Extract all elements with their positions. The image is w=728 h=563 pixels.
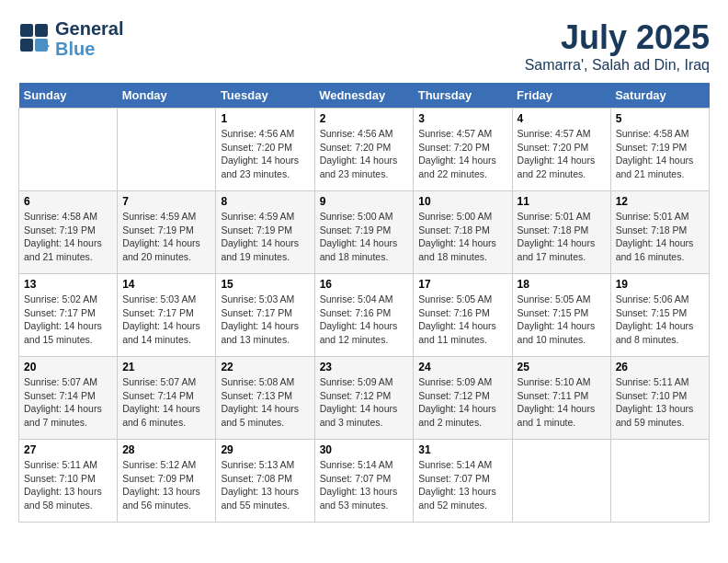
- day-info: Sunrise: 5:12 AM Sunset: 7:09 PM Dayligh…: [122, 458, 210, 512]
- day-number: 24: [418, 361, 506, 373]
- calendar-title-area: July 2025 Samarra', Salah ad Din, Iraq: [525, 18, 710, 74]
- svg-rect-1: [35, 24, 48, 37]
- day-info: Sunrise: 5:04 AM Sunset: 7:16 PM Dayligh…: [320, 293, 409, 347]
- page-header: General Blue July 2025 Samarra', Salah a…: [18, 18, 710, 74]
- day-info: Sunrise: 5:10 AM Sunset: 7:11 PM Dayligh…: [518, 375, 606, 430]
- day-info: Sunrise: 4:56 AM Sunset: 7:20 PM Dayligh…: [221, 127, 309, 181]
- calendar-cell: 17Sunrise: 5:05 AM Sunset: 7:16 PM Dayli…: [414, 274, 512, 357]
- header-monday: Monday: [118, 83, 216, 109]
- calendar-cell: 7Sunrise: 4:59 AM Sunset: 7:19 PM Daylig…: [118, 191, 216, 274]
- calendar-cell: 5Sunrise: 4:58 AM Sunset: 7:19 PM Daylig…: [610, 109, 709, 191]
- calendar-cell: 3Sunrise: 4:57 AM Sunset: 7:20 PM Daylig…: [414, 109, 512, 191]
- day-number: 30: [320, 443, 409, 456]
- day-info: Sunrise: 5:09 AM Sunset: 7:12 PM Dayligh…: [320, 375, 409, 430]
- day-info: Sunrise: 4:59 AM Sunset: 7:19 PM Dayligh…: [122, 210, 210, 264]
- day-info: Sunrise: 5:01 AM Sunset: 7:18 PM Dayligh…: [616, 210, 704, 264]
- calendar-cell: 6Sunrise: 4:58 AM Sunset: 7:19 PM Daylig…: [19, 191, 118, 274]
- day-number: 28: [122, 443, 210, 456]
- header-tuesday: Tuesday: [216, 83, 314, 109]
- header-wednesday: Wednesday: [314, 83, 414, 109]
- calendar-cell: 22Sunrise: 5:08 AM Sunset: 7:13 PM Dayli…: [216, 357, 314, 440]
- logo: General Blue: [18, 18, 123, 59]
- day-info: Sunrise: 5:03 AM Sunset: 7:17 PM Dayligh…: [122, 293, 210, 347]
- calendar-cell: 29Sunrise: 5:13 AM Sunset: 7:08 PM Dayli…: [216, 440, 314, 523]
- calendar-cell: [610, 440, 709, 523]
- calendar-cell: 1Sunrise: 4:56 AM Sunset: 7:20 PM Daylig…: [216, 109, 314, 191]
- calendar-header-row: SundayMondayTuesdayWednesdayThursdayFrid…: [19, 83, 710, 109]
- calendar-week-3: 13Sunrise: 5:02 AM Sunset: 7:17 PM Dayli…: [19, 274, 710, 357]
- day-number: 27: [24, 443, 112, 456]
- day-info: Sunrise: 5:11 AM Sunset: 7:10 PM Dayligh…: [616, 375, 704, 430]
- calendar-cell: [118, 109, 216, 191]
- day-info: Sunrise: 5:08 AM Sunset: 7:13 PM Dayligh…: [221, 375, 309, 430]
- calendar-cell: 30Sunrise: 5:14 AM Sunset: 7:07 PM Dayli…: [314, 440, 414, 523]
- day-info: Sunrise: 5:05 AM Sunset: 7:16 PM Dayligh…: [418, 293, 506, 347]
- day-number: 17: [418, 278, 506, 291]
- calendar-cell: [19, 109, 118, 191]
- calendar-cell: 14Sunrise: 5:03 AM Sunset: 7:17 PM Dayli…: [118, 274, 216, 357]
- header-friday: Friday: [512, 83, 610, 109]
- day-info: Sunrise: 5:02 AM Sunset: 7:17 PM Dayligh…: [24, 293, 112, 347]
- calendar-cell: 27Sunrise: 5:11 AM Sunset: 7:10 PM Dayli…: [19, 440, 118, 523]
- calendar-cell: 31Sunrise: 5:14 AM Sunset: 7:07 PM Dayli…: [414, 440, 512, 523]
- day-number: 13: [24, 278, 112, 291]
- calendar-cell: 24Sunrise: 5:09 AM Sunset: 7:12 PM Dayli…: [414, 357, 512, 440]
- svg-rect-2: [20, 39, 33, 52]
- calendar-title: July 2025: [525, 18, 710, 57]
- calendar-cell: 19Sunrise: 5:06 AM Sunset: 7:15 PM Dayli…: [610, 274, 709, 357]
- calendar-cell: 10Sunrise: 5:00 AM Sunset: 7:18 PM Dayli…: [414, 191, 512, 274]
- day-info: Sunrise: 4:57 AM Sunset: 7:20 PM Dayligh…: [418, 127, 506, 181]
- calendar-cell: 4Sunrise: 4:57 AM Sunset: 7:20 PM Daylig…: [512, 109, 610, 191]
- calendar-cell: 12Sunrise: 5:01 AM Sunset: 7:18 PM Dayli…: [610, 191, 709, 274]
- day-info: Sunrise: 5:00 AM Sunset: 7:18 PM Dayligh…: [418, 210, 506, 264]
- day-number: 18: [518, 278, 606, 291]
- day-number: 16: [320, 278, 409, 291]
- day-number: 26: [616, 361, 704, 373]
- calendar-cell: 25Sunrise: 5:10 AM Sunset: 7:11 PM Dayli…: [512, 357, 610, 440]
- calendar-cell: 23Sunrise: 5:09 AM Sunset: 7:12 PM Dayli…: [314, 357, 414, 440]
- day-number: 29: [221, 443, 309, 456]
- calendar-cell: 21Sunrise: 5:07 AM Sunset: 7:14 PM Dayli…: [118, 357, 216, 440]
- day-info: Sunrise: 5:01 AM Sunset: 7:18 PM Dayligh…: [518, 210, 606, 264]
- day-number: 21: [122, 361, 210, 373]
- calendar-week-1: 1Sunrise: 4:56 AM Sunset: 7:20 PM Daylig…: [19, 109, 710, 191]
- calendar-cell: 16Sunrise: 5:04 AM Sunset: 7:16 PM Dayli…: [314, 274, 414, 357]
- day-info: Sunrise: 5:14 AM Sunset: 7:07 PM Dayligh…: [418, 458, 506, 512]
- day-number: 12: [616, 195, 704, 208]
- day-number: 11: [518, 195, 606, 208]
- calendar-cell: 8Sunrise: 4:59 AM Sunset: 7:19 PM Daylig…: [216, 191, 314, 274]
- day-info: Sunrise: 4:56 AM Sunset: 7:20 PM Dayligh…: [320, 127, 409, 181]
- day-number: 20: [24, 361, 112, 373]
- header-sunday: Sunday: [19, 83, 118, 109]
- day-number: 19: [616, 278, 704, 291]
- calendar-cell: 11Sunrise: 5:01 AM Sunset: 7:18 PM Dayli…: [512, 191, 610, 274]
- day-number: 10: [418, 195, 506, 208]
- day-info: Sunrise: 5:13 AM Sunset: 7:08 PM Dayligh…: [221, 458, 309, 512]
- day-number: 25: [518, 361, 606, 373]
- logo-blue: Blue: [55, 39, 123, 59]
- day-number: 15: [221, 278, 309, 291]
- day-info: Sunrise: 4:57 AM Sunset: 7:20 PM Dayligh…: [518, 127, 606, 181]
- day-number: 9: [320, 195, 409, 208]
- calendar-table: SundayMondayTuesdayWednesdayThursdayFrid…: [18, 83, 710, 523]
- day-info: Sunrise: 5:14 AM Sunset: 7:07 PM Dayligh…: [320, 458, 409, 512]
- calendar-cell: 18Sunrise: 5:05 AM Sunset: 7:15 PM Dayli…: [512, 274, 610, 357]
- day-number: 22: [221, 361, 309, 373]
- day-info: Sunrise: 4:58 AM Sunset: 7:19 PM Dayligh…: [24, 210, 112, 264]
- day-number: 5: [616, 112, 704, 125]
- day-info: Sunrise: 5:07 AM Sunset: 7:14 PM Dayligh…: [24, 375, 112, 430]
- calendar-cell: 13Sunrise: 5:02 AM Sunset: 7:17 PM Dayli…: [19, 274, 118, 357]
- calendar-cell: 20Sunrise: 5:07 AM Sunset: 7:14 PM Dayli…: [19, 357, 118, 440]
- day-info: Sunrise: 5:03 AM Sunset: 7:17 PM Dayligh…: [221, 293, 309, 347]
- calendar-cell: 2Sunrise: 4:56 AM Sunset: 7:20 PM Daylig…: [314, 109, 414, 191]
- day-number: 8: [221, 195, 309, 208]
- day-number: 1: [221, 112, 309, 125]
- calendar-cell: 9Sunrise: 5:00 AM Sunset: 7:19 PM Daylig…: [314, 191, 414, 274]
- svg-rect-0: [20, 24, 33, 37]
- day-number: 31: [418, 443, 506, 456]
- day-number: 3: [418, 112, 506, 125]
- day-number: 14: [122, 278, 210, 291]
- day-info: Sunrise: 4:58 AM Sunset: 7:19 PM Dayligh…: [616, 127, 704, 181]
- day-info: Sunrise: 5:05 AM Sunset: 7:15 PM Dayligh…: [518, 293, 606, 347]
- calendar-week-2: 6Sunrise: 4:58 AM Sunset: 7:19 PM Daylig…: [19, 191, 710, 274]
